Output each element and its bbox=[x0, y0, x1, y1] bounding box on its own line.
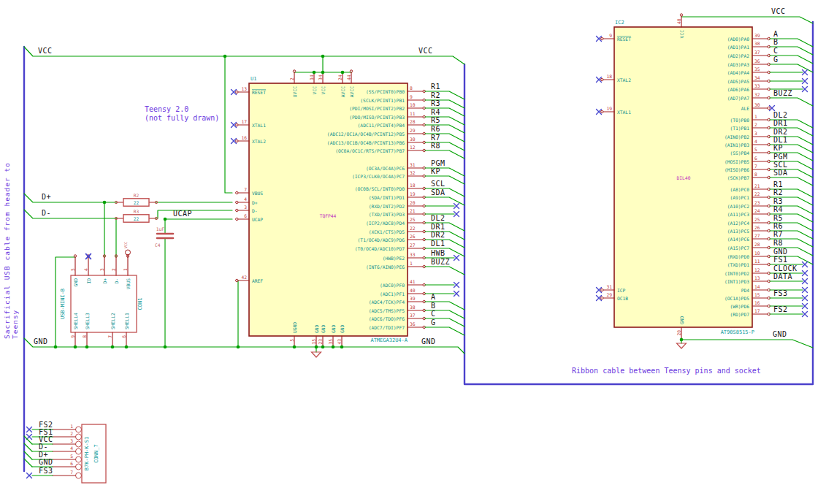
net-label: FS3 bbox=[773, 289, 788, 297]
net-label: VCC bbox=[418, 47, 433, 55]
net-label: GND bbox=[39, 458, 53, 466]
junction-dot bbox=[164, 345, 167, 349]
pin-name: (ADC13/OC1B/OC4B/PCINT13)PB6 bbox=[327, 140, 405, 145]
pin-name: (T1/OC4D/ADC9)PD6 bbox=[358, 237, 405, 243]
junction-dot bbox=[341, 71, 345, 75]
pin-number: 1 bbox=[123, 268, 128, 271]
net-label: R2 bbox=[431, 91, 440, 99]
power-flag-label: VCC bbox=[123, 242, 128, 248]
teensy-note-line2: (not fully drawn) bbox=[145, 114, 219, 122]
pin-number: 35 bbox=[328, 339, 333, 345]
pin-header-pin-circle bbox=[76, 457, 82, 462]
pin-number: 2 bbox=[111, 268, 116, 271]
pin-number: 11 bbox=[410, 111, 416, 116]
pin-name: (AIN1)PB3 bbox=[724, 142, 749, 148]
net-label: C bbox=[773, 47, 779, 55]
pin-number: 1 bbox=[754, 114, 757, 119]
pin-name: GND bbox=[73, 278, 78, 287]
pin-number: 19 bbox=[606, 106, 612, 111]
pin-number: 28 bbox=[410, 119, 416, 124]
pin-name: (SCLK/PCINT1)PB1 bbox=[360, 98, 405, 103]
pin-name: D- bbox=[114, 278, 119, 284]
pin-name: (ADC0)PF0 bbox=[380, 283, 405, 288]
net-label: DATA bbox=[773, 272, 792, 280]
wire bbox=[24, 451, 32, 459]
pin-name: (INT0)PD2 bbox=[724, 271, 749, 276]
junction-dot bbox=[164, 218, 167, 221]
junction-dot bbox=[237, 345, 240, 349]
pin-number: 9 bbox=[70, 335, 75, 338]
pin-number: 18 bbox=[606, 74, 612, 79]
net-label: KP bbox=[431, 167, 440, 175]
junction-dot bbox=[85, 345, 89, 349]
pin-name: (SDA/INT1)PD1 bbox=[369, 195, 405, 200]
pin-header-pin-circle bbox=[76, 448, 82, 454]
pin-number: 26 bbox=[754, 225, 760, 230]
pin-number: 17 bbox=[241, 119, 247, 124]
net-label: R7 bbox=[431, 134, 440, 142]
pin-number: 9 bbox=[410, 94, 413, 99]
pin-name: AVCC bbox=[340, 86, 345, 97]
net-label: R5 bbox=[431, 116, 440, 124]
pin-name: UGND bbox=[292, 322, 297, 333]
pin-name: (SS)PB4 bbox=[730, 150, 749, 156]
pin-header-ref: CONN_7 bbox=[93, 444, 99, 462]
pin-header-pin-circle bbox=[76, 441, 82, 447]
pin-number: 5 bbox=[70, 454, 73, 459]
net-label: R2 bbox=[773, 188, 783, 196]
net-label: DR2 bbox=[773, 128, 788, 136]
pin-name: (MOSI)PB5 bbox=[724, 159, 749, 164]
pin-name: (WR)PD6 bbox=[730, 304, 749, 309]
pin-name: ID bbox=[86, 278, 91, 284]
pin-name: (ADC11/PCINT4)PB4 bbox=[358, 123, 405, 128]
net-label: PGM bbox=[431, 159, 445, 167]
net-label: VCC bbox=[38, 47, 53, 55]
net-label: R3 bbox=[431, 99, 440, 107]
pin-number: 23 bbox=[754, 200, 760, 205]
pin-number: 28 bbox=[754, 242, 760, 247]
pin-number: 3 bbox=[99, 268, 104, 271]
pin-number: 4 bbox=[754, 139, 757, 144]
wire bbox=[425, 327, 464, 335]
pin-number: 23 bbox=[318, 339, 323, 345]
pin-number: 22 bbox=[754, 191, 760, 196]
capacitor-ref: C4 bbox=[155, 243, 161, 248]
pin-number: 26 bbox=[410, 234, 416, 239]
pin-name: VBUS bbox=[126, 278, 131, 289]
pin-number: 31 bbox=[410, 162, 416, 167]
net-label: R1 bbox=[773, 180, 783, 188]
pin-name: (A13)PC5 bbox=[727, 229, 750, 234]
wire bbox=[425, 150, 464, 159]
pin-number: 15 bbox=[311, 339, 316, 345]
pin-name: (TXD/INT3)PD3 bbox=[369, 212, 405, 217]
wire bbox=[225, 56, 232, 193]
pin-name: (OC3A/OC4A)PC6 bbox=[366, 166, 405, 171]
net-label: B bbox=[431, 302, 436, 310]
pin-name: PD4 bbox=[741, 288, 750, 293]
pin-name: (A10)PC2 bbox=[727, 204, 750, 209]
net-label: PGM bbox=[773, 153, 788, 161]
net-label: A bbox=[431, 293, 436, 301]
wire bbox=[425, 267, 464, 275]
pin-number: 20 bbox=[410, 200, 416, 205]
ic-footprint: TQFP44 bbox=[320, 213, 337, 218]
pin-number: 4 bbox=[244, 196, 247, 202]
ic-value: ATMEGA32U4-A bbox=[370, 337, 408, 343]
pin-number: 7 bbox=[754, 164, 757, 169]
pin-number: 29 bbox=[410, 128, 416, 133]
net-label: G bbox=[431, 318, 436, 327]
pin-name: VCC bbox=[679, 30, 684, 39]
teensy-note: Teensy 2.0(not fully drawn) bbox=[145, 105, 219, 123]
pin-name: D- bbox=[252, 208, 258, 213]
pin-name: (RXD)PD0 bbox=[727, 254, 750, 259]
pin-number: 3 bbox=[754, 131, 757, 136]
pin-number: 6 bbox=[70, 461, 73, 466]
net-label: B bbox=[773, 38, 779, 46]
pin-name: VBUS bbox=[252, 191, 263, 196]
pin-name: (AD3)PA3 bbox=[727, 62, 750, 67]
ic-ref: IC2 bbox=[615, 20, 624, 26]
pin-number: 16 bbox=[241, 135, 247, 140]
pin-number: 34 bbox=[754, 75, 760, 80]
pin-number: 27 bbox=[754, 233, 760, 238]
pin-name: GND bbox=[314, 324, 319, 333]
